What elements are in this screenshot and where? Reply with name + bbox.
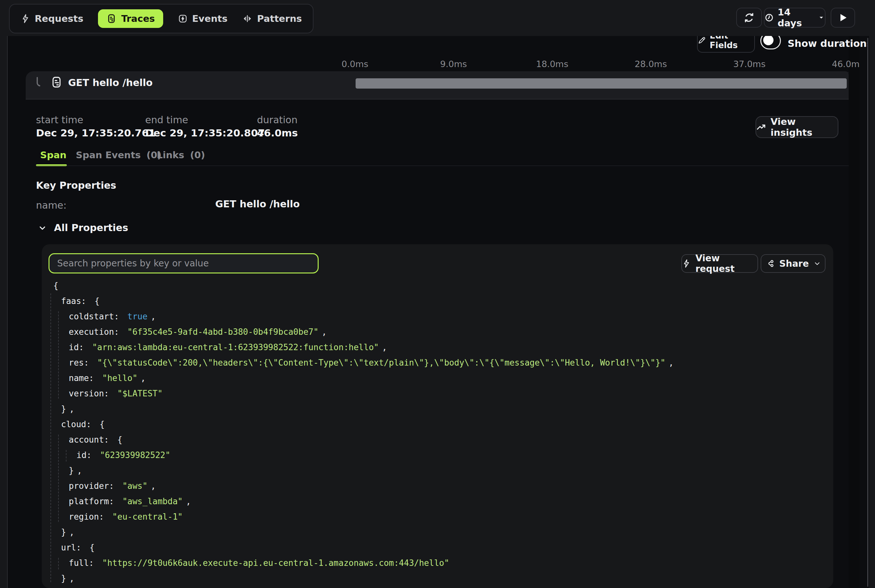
play-button[interactable] xyxy=(831,8,855,28)
tab-span-label: Span xyxy=(40,150,66,160)
json-line[interactable]: url:{ xyxy=(61,540,95,555)
tree-connector-icon xyxy=(33,76,48,90)
indent-guide xyxy=(58,558,59,569)
json-token-plain: { xyxy=(117,432,122,447)
duration-value: 46.0ms xyxy=(257,127,298,139)
timeline-tick: 0.0ms xyxy=(341,59,368,69)
all-properties-toggle[interactable]: All Properties xyxy=(38,222,128,233)
tab-links-label: Links xyxy=(157,150,184,160)
json-token-str: "eu-central-1" xyxy=(113,509,183,525)
json-line[interactable]: id:"623939982522" xyxy=(77,447,170,463)
json-token-str: "https://9t0u6k6auk.execute-api.eu-centr… xyxy=(102,555,449,571)
json-token-plain: { xyxy=(90,540,95,555)
tab-patterns-label: Patterns xyxy=(257,13,302,24)
trace-span-label: GET hello /hello xyxy=(68,77,153,88)
tab-span[interactable]: Span xyxy=(40,150,66,160)
share-button[interactable]: Share xyxy=(761,254,825,273)
span-duration-bar[interactable] xyxy=(356,78,847,88)
time-range-label: 14 days xyxy=(778,7,814,28)
json-token-plain: , xyxy=(382,340,387,355)
tab-span-events-label: Span Events xyxy=(76,150,141,160)
timeline-tick: 9.0ms xyxy=(440,59,467,69)
json-token-plain: , xyxy=(69,571,75,586)
indent-guide xyxy=(66,450,66,462)
json-token-plain: , xyxy=(151,478,156,494)
json-token-plain: { xyxy=(95,293,99,309)
timeline-tick: 37.0ms xyxy=(733,59,766,69)
indent-guide xyxy=(50,293,51,582)
json-line[interactable]: cloud:{ xyxy=(61,417,105,432)
json-line[interactable]: }, xyxy=(61,525,74,540)
json-line[interactable]: full:"https://9t0u6k6auk.execute-api.eu-… xyxy=(69,555,449,571)
refresh-button[interactable] xyxy=(736,8,762,28)
json-line[interactable]: version:"$LATEST" xyxy=(69,386,162,401)
json-token-plain: , xyxy=(186,494,191,509)
timeline-tick: 28.0ms xyxy=(635,59,667,69)
json-line[interactable]: id:"arn:aws:lambda:eu-central-1:62393998… xyxy=(69,340,387,355)
json-token-plain: { xyxy=(99,417,105,432)
clock-icon xyxy=(765,12,774,23)
end-time-label: end time xyxy=(145,114,188,126)
tab-links[interactable]: Links (0) xyxy=(157,150,205,160)
timeline-ruler: 0.0ms9.0ms18.0ms28.0ms37.0ms46.0ms xyxy=(321,59,860,70)
search-input[interactable] xyxy=(48,253,319,273)
json-line[interactable]: name:"hello", xyxy=(69,370,146,386)
json-line[interactable]: platform:"aws_lambda", xyxy=(69,494,191,509)
toggle-knob xyxy=(763,36,773,45)
json-token-key: execution: xyxy=(69,324,119,340)
json-token-key: version: xyxy=(69,386,109,401)
json-token-key: url: xyxy=(61,540,81,555)
bolt-icon xyxy=(682,259,691,268)
key-properties-heading: Key Properties xyxy=(36,180,116,191)
json-line[interactable]: faas:{ xyxy=(61,293,99,309)
fields-toolbar: Edit Fields Show durations xyxy=(691,36,867,57)
json-token-bool: true xyxy=(128,309,148,324)
indent-guide xyxy=(58,311,59,399)
view-insights-label: View insights xyxy=(771,116,838,138)
json-token-key: faas: xyxy=(61,293,86,309)
view-insights-button[interactable]: View insights xyxy=(756,116,838,138)
tab-traces-label: Traces xyxy=(121,13,155,24)
json-line[interactable]: execution:"6f35c4e5-9afd-4abd-b380-0b4f9… xyxy=(69,324,327,340)
json-token-key: full: xyxy=(69,555,94,571)
json-line[interactable]: }, xyxy=(61,401,74,417)
json-token-plain: , xyxy=(69,525,75,540)
json-line[interactable]: { xyxy=(53,278,59,293)
app-root: Requests Traces Events Patterns 14 days … xyxy=(0,0,875,588)
tab-requests[interactable]: Requests xyxy=(21,13,83,24)
json-token-str: "aws" xyxy=(122,478,147,494)
json-token-key: id: xyxy=(69,340,84,355)
tab-links-count: (0) xyxy=(190,150,205,160)
json-line[interactable]: coldstart:true, xyxy=(69,309,156,324)
json-token-key: name: xyxy=(69,370,94,386)
json-token-str: "$LATEST" xyxy=(117,386,162,401)
json-token-plain: , xyxy=(69,401,75,417)
json-token-key: id: xyxy=(77,447,92,463)
pencil-icon xyxy=(698,36,706,45)
json-line[interactable]: region:"eu-central-1" xyxy=(69,509,183,525)
edit-fields-label: Edit Fields xyxy=(710,36,754,50)
chevron-down-icon xyxy=(813,260,821,267)
share-icon xyxy=(765,259,775,268)
tab-patterns[interactable]: Patterns xyxy=(242,13,302,24)
tab-events[interactable]: Events xyxy=(178,13,227,24)
json-token-str: "arn:aws:lambda:eu-central-1:62393998252… xyxy=(92,340,379,355)
json-line[interactable]: provider:"aws", xyxy=(69,478,156,494)
timeline-tick: 18.0ms xyxy=(536,59,568,69)
json-line[interactable]: }, xyxy=(69,463,82,478)
view-switcher: Requests Traces Events Patterns xyxy=(9,4,314,33)
json-line[interactable]: res:"{\"statusCode\":200,\"headers\":{\"… xyxy=(69,355,674,370)
json-line[interactable]: }, xyxy=(61,571,74,586)
view-request-button[interactable]: View request xyxy=(681,254,758,273)
edit-fields-button[interactable]: Edit Fields xyxy=(697,36,755,52)
start-time-value: Dec 29, 17:35:20.761 xyxy=(36,127,155,139)
time-range-button[interactable]: 14 days xyxy=(764,8,825,28)
trending-up-icon xyxy=(756,122,766,132)
patterns-icon xyxy=(242,14,253,24)
tab-traces[interactable]: Traces xyxy=(98,9,163,28)
json-line[interactable]: account:{ xyxy=(69,432,122,447)
show-durations-toggle[interactable] xyxy=(760,36,781,50)
tab-span-events[interactable]: Span Events (0) xyxy=(76,150,162,160)
vertical-scrollbar[interactable] xyxy=(867,38,868,587)
tab-requests-label: Requests xyxy=(35,13,83,24)
